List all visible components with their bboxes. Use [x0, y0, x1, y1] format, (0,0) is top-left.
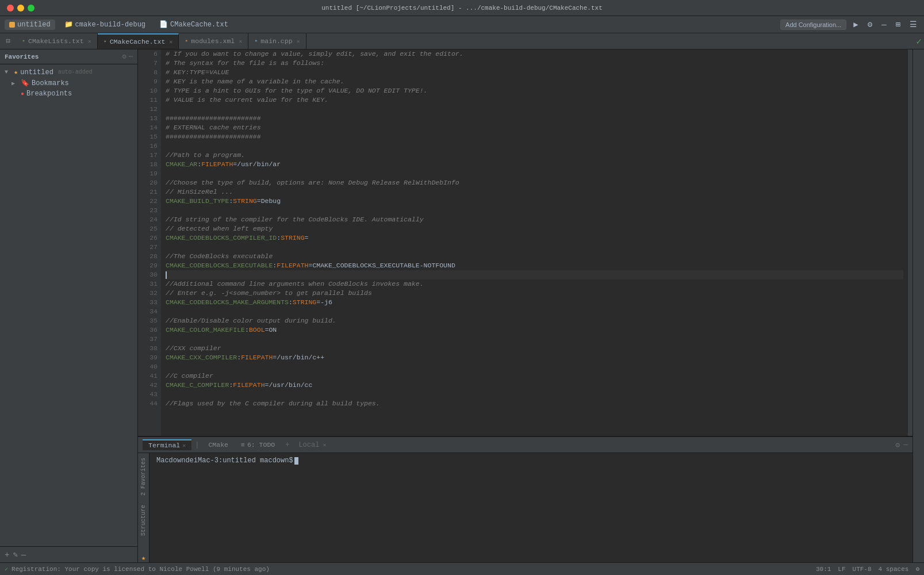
cmake-cache-close[interactable]: ✕	[169, 39, 172, 45]
code-line-38[interactable]: //CXX compiler	[166, 344, 903, 353]
window-controls[interactable]	[7, 5, 34, 12]
cmake-tab[interactable]: CMake	[202, 440, 234, 450]
settings-icon[interactable]: ⚙	[865, 18, 875, 30]
code-line-23[interactable]	[166, 206, 903, 215]
code-line-25[interactable]: // detected when left empty	[166, 224, 903, 233]
file-icon: 📄	[159, 20, 168, 29]
sidebar-remove-button[interactable]: —	[21, 550, 26, 559]
tab-cmake-lists[interactable]: ▪ CMakeLists.txt ✕	[16, 33, 98, 49]
modules-xml-close[interactable]: ✕	[239, 38, 242, 45]
code-line-20[interactable]: //Choose the type of build, options are:…	[166, 178, 903, 187]
code-line-24[interactable]: //Id string of the compiler for the Code…	[166, 215, 903, 224]
sidebar-toggle[interactable]: ⊟	[0, 33, 16, 49]
terminal-output[interactable]: MacdowndeiMac-3:untitled macdown$	[149, 453, 913, 562]
code-line-36[interactable]: CMAKE_COLOR_MAKEFILE:BOOL=ON	[166, 325, 903, 335]
sidebar-header-icons: ⚙ ⋯	[122, 52, 133, 61]
maximize-button[interactable]	[28, 5, 34, 12]
local-close[interactable]: ✕	[323, 442, 326, 448]
code-line-41[interactable]: //C compiler	[166, 371, 903, 381]
code-line-19[interactable]	[166, 169, 903, 178]
project-tab-file[interactable]: 📄 CMakeCache.txt	[155, 19, 233, 30]
sidebar-item-breakpoints[interactable]: ● Breakpoints	[0, 89, 137, 99]
main-cpp-close[interactable]: ✕	[297, 38, 300, 45]
add-tab-button[interactable]: +	[282, 441, 293, 449]
line-ending[interactable]: LF	[838, 566, 845, 573]
expand-icon[interactable]: ⊞	[894, 18, 903, 30]
status-settings-icon[interactable]: ⚙	[915, 565, 919, 573]
auto-added-label: auto-added	[58, 69, 93, 75]
code-line-21[interactable]: // MinSizeRel ...	[166, 187, 903, 197]
vtab-favorites[interactable]: 2 Favorites	[139, 453, 148, 500]
code-line-43[interactable]	[166, 390, 903, 399]
indent-setting[interactable]: 4 spaces	[879, 566, 909, 573]
sidebar-more-icon[interactable]: ⋯	[129, 52, 133, 61]
scrollbar[interactable]	[908, 49, 913, 436]
code-line-37[interactable]	[166, 335, 903, 344]
layout-icon[interactable]: ☰	[907, 18, 919, 30]
code-line-29[interactable]: CMAKE_CODEBLOCKS_EXECUTABLE:FILEPATH=CMA…	[166, 261, 903, 270]
code-line-16[interactable]	[166, 141, 903, 151]
code-line-10[interactable]: # TYPE is a hint to GUIs for the type of…	[166, 86, 903, 95]
code-line-26[interactable]: CMAKE_CODEBLOCKS_COMPILER_ID:STRING=	[166, 233, 903, 243]
code-line-40[interactable]	[166, 362, 903, 371]
code-line-18[interactable]: CMAKE_AR:FILEPATH=/usr/bin/ar	[166, 160, 903, 169]
code-line-7[interactable]: # The syntax for the file is as follows:	[166, 59, 903, 68]
project-tab-build[interactable]: 📁 cmake-build-debug	[60, 19, 150, 30]
code-line-28[interactable]: //The CodeBlocks executable	[166, 252, 903, 261]
code-line-8[interactable]: # KEY:TYPE=VALUE	[166, 68, 903, 77]
sidebar-item-untitled[interactable]: ▼ ★ untitled auto-added	[0, 67, 137, 78]
terminal-settings-icon[interactable]: ⚙	[895, 440, 900, 450]
project-tab-untitled[interactable]: untitled	[5, 20, 55, 30]
terminal-minimize-icon[interactable]: —	[903, 440, 908, 450]
code-line-12[interactable]	[166, 105, 903, 114]
code-line-22[interactable]: CMAKE_BUILD_TYPE:STRING=Debug	[166, 197, 903, 206]
code-line-6[interactable]: # If you do want to change a value, simp…	[166, 49, 903, 59]
code-line-32[interactable]: // Enter e.g. -j<some_number> to get par…	[166, 289, 903, 298]
run-icon[interactable]: ▶	[851, 18, 860, 30]
sidebar-item-bookmarks[interactable]: ▶ 🔖 Bookmarks	[0, 78, 137, 89]
cmake-lists-close[interactable]: ✕	[88, 38, 91, 45]
add-configuration-button[interactable]: Add Configuration...	[780, 20, 846, 30]
code-line-14[interactable]: # EXTERNAL cache entries	[166, 123, 903, 132]
terminal-toolbar: ⚙ —	[895, 440, 908, 450]
sidebar-title: Favorites	[5, 53, 39, 60]
editor-content[interactable]: 6789101112131415161718192021222324252627…	[138, 49, 913, 436]
code-editor[interactable]: # If you do want to change a value, simp…	[161, 49, 908, 436]
todo-label: 6: TODO	[247, 441, 275, 448]
sidebar-settings-icon[interactable]: ⚙	[122, 52, 126, 61]
code-line-15[interactable]: ########################	[166, 132, 903, 141]
minimize-button[interactable]	[17, 5, 24, 12]
close-button[interactable]	[7, 5, 14, 12]
tab-cmake-cache[interactable]: ▪ CMakeCache.txt ✕	[98, 33, 179, 49]
tab-main-cpp[interactable]: ▪ main.cpp ✕	[248, 33, 306, 49]
code-line-31[interactable]: //Additional command line arguments when…	[166, 279, 903, 289]
cmake-lists-icon: ▪	[22, 38, 25, 44]
code-line-17[interactable]: //Path to a program.	[166, 151, 903, 160]
code-line-27[interactable]	[166, 243, 903, 252]
minimize-panel-icon[interactable]: —	[879, 19, 888, 30]
status-icon: ✓	[5, 566, 8, 573]
vtab-structure[interactable]: Structure	[139, 500, 148, 540]
code-line-42[interactable]: CMAKE_C_COMPILER:FILEPATH=/usr/bin/cc	[166, 381, 903, 390]
menu-right: Add Configuration... ▶ ⚙ — ⊞ ☰	[780, 18, 919, 30]
terminal-close[interactable]: ✕	[182, 442, 186, 449]
tab-modules-xml[interactable]: ▪ modules.xml ✕	[179, 33, 248, 49]
sidebar-edit-button[interactable]: ✎	[13, 550, 17, 559]
code-line-34[interactable]	[166, 307, 903, 316]
encoding[interactable]: UTF-8	[853, 566, 872, 573]
sidebar-add-button[interactable]: +	[5, 550, 9, 559]
cursor-position[interactable]: 30:1	[816, 566, 831, 573]
code-line-30[interactable]	[166, 270, 903, 279]
project-icon	[9, 22, 15, 28]
expand-arrow-icon: ▼	[5, 69, 11, 75]
todo-tab[interactable]: ≡ 6: TODO	[235, 440, 281, 450]
terminal-tab[interactable]: Terminal ✕	[143, 439, 191, 450]
code-line-35[interactable]: //Enable/Disable color output during bui…	[166, 316, 903, 325]
code-line-39[interactable]: CMAKE_CXX_COMPILER:FILEPATH=/usr/bin/c++	[166, 353, 903, 362]
code-line-11[interactable]: # VALUE is the current value for the KEY…	[166, 95, 903, 105]
code-line-44[interactable]: //Flags used by the C compiler during al…	[166, 399, 903, 408]
code-line-13[interactable]: ########################	[166, 114, 903, 123]
favorites-star-icon: ★	[141, 554, 145, 562]
code-line-9[interactable]: # KEY is the name of a variable in the c…	[166, 77, 903, 86]
code-line-33[interactable]: CMAKE_CODEBLOCKS_MAKE_ARGUMENTS:STRING=-…	[166, 298, 903, 307]
